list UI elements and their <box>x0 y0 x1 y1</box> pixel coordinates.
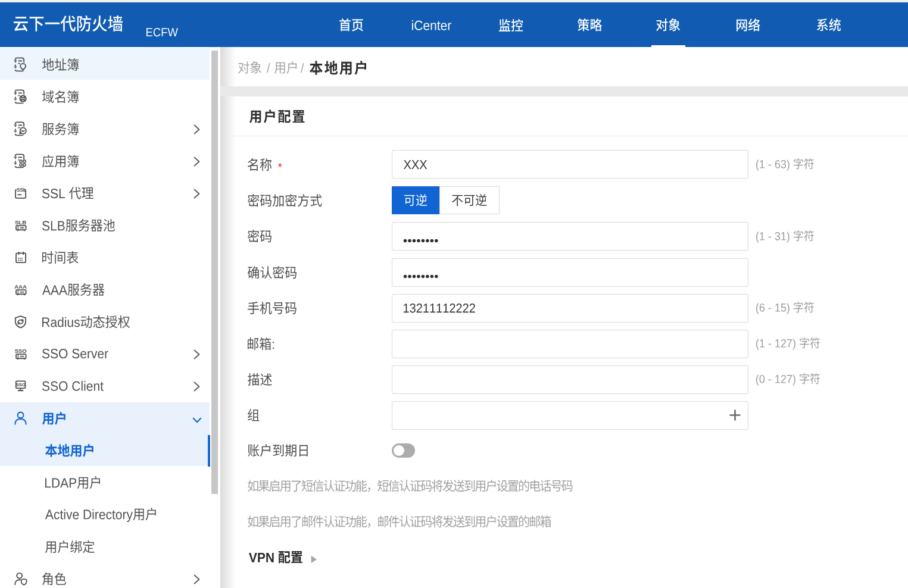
svg-text:SSL: SSL <box>17 187 26 193</box>
svg-text:SLB: SLB <box>15 219 26 226</box>
svg-text:AAA: AAA <box>14 283 27 290</box>
svg-text:SSO: SSO <box>14 348 27 354</box>
svg-text:SSO: SSO <box>16 382 26 387</box>
